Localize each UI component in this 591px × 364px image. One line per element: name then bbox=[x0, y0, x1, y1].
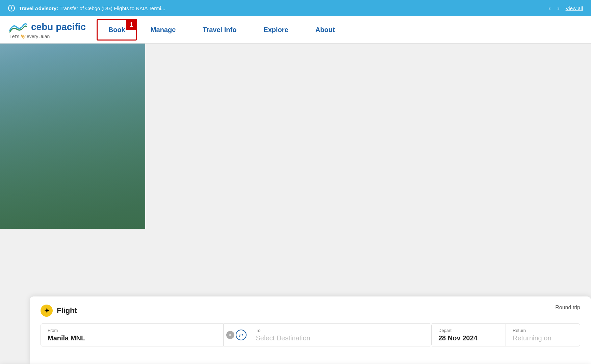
hero-image bbox=[0, 16, 145, 229]
to-placeholder: Select Destination bbox=[256, 334, 425, 342]
return-field-box[interactable]: Return Returning on bbox=[506, 323, 580, 346]
booking-fields-row: From Manila MNL × ⇄ To Select Destinatio… bbox=[41, 323, 580, 346]
flight-icon-circle: ✈ bbox=[41, 305, 53, 317]
flight-title: Flight bbox=[57, 306, 77, 315]
advisory-bar: i Travel Advisory: Transfer of Cebgo (DG… bbox=[0, 0, 591, 16]
nav-travel-info-label: Travel Info bbox=[203, 26, 236, 34]
logo-area: cebu pacific Let's fly every Juan bbox=[8, 16, 97, 43]
advisory-nav: ‹ › bbox=[547, 4, 562, 12]
to-label: To bbox=[256, 328, 425, 333]
to-field-box[interactable]: To Select Destination bbox=[249, 323, 432, 346]
header: cebu pacific Let's fly every Juan Book 1… bbox=[0, 16, 591, 44]
advisory-text: Travel Advisory: Transfer of Cebgo (DG) … bbox=[19, 5, 543, 11]
depart-value: 28 Nov 2024 bbox=[438, 334, 499, 342]
booking-panel: ✈ Flight Round trip From Manila MNL × ⇄ … bbox=[30, 296, 591, 364]
logo-tagline: Let's fly every Juan bbox=[8, 34, 86, 39]
from-to-separator: × ⇄ bbox=[224, 323, 249, 346]
tagline-prefix: Let's bbox=[9, 34, 21, 39]
nav-menu: Book 1 Manage Travel Info Explore About bbox=[97, 16, 583, 43]
logo-svg-icon bbox=[8, 20, 28, 34]
return-placeholder: Returning on bbox=[513, 334, 573, 342]
clear-from-button[interactable]: × bbox=[226, 331, 234, 339]
nav-explore-label: Explore bbox=[263, 26, 288, 34]
nav-manage-label: Manage bbox=[151, 26, 176, 34]
advisory-prev-button[interactable]: ‹ bbox=[547, 4, 553, 12]
from-field-box[interactable]: From Manila MNL bbox=[41, 323, 224, 346]
logo-text: cebu pacific bbox=[31, 22, 86, 32]
nav-about-label: About bbox=[315, 26, 335, 34]
tagline-fly: fly bbox=[21, 34, 25, 39]
return-label: Return bbox=[513, 328, 573, 333]
trip-type[interactable]: Round trip bbox=[555, 305, 580, 311]
depart-field-box[interactable]: Depart 28 Nov 2024 bbox=[432, 323, 506, 346]
annotation-badge-1: 1 bbox=[126, 19, 137, 30]
flight-header: ✈ Flight bbox=[41, 305, 580, 317]
view-all-link[interactable]: View all bbox=[566, 5, 583, 11]
depart-label: Depart bbox=[438, 328, 499, 333]
advisory-next-button[interactable]: › bbox=[556, 4, 562, 12]
from-label: From bbox=[48, 328, 216, 333]
nav-item-explore[interactable]: Explore bbox=[250, 16, 302, 43]
nav-item-travel-info[interactable]: Travel Info bbox=[189, 16, 250, 43]
from-value: Manila MNL bbox=[48, 334, 216, 342]
nav-item-book[interactable]: Book 1 bbox=[97, 19, 137, 41]
tagline-suffix: every Juan bbox=[25, 34, 50, 39]
nav-item-about[interactable]: About bbox=[302, 16, 349, 43]
nav-item-manage[interactable]: Manage bbox=[137, 16, 189, 43]
swap-airports-button[interactable]: ⇄ bbox=[236, 330, 247, 340]
flight-plane-icon: ✈ bbox=[44, 307, 49, 314]
advisory-strong: Travel Advisory: bbox=[19, 5, 58, 11]
logo-waves: cebu pacific bbox=[8, 20, 86, 34]
nav-book-label: Book bbox=[108, 26, 125, 34]
advisory-content: Transfer of Cebgo (DG) Flights to NAIA T… bbox=[59, 5, 165, 11]
info-icon: i bbox=[8, 5, 15, 11]
